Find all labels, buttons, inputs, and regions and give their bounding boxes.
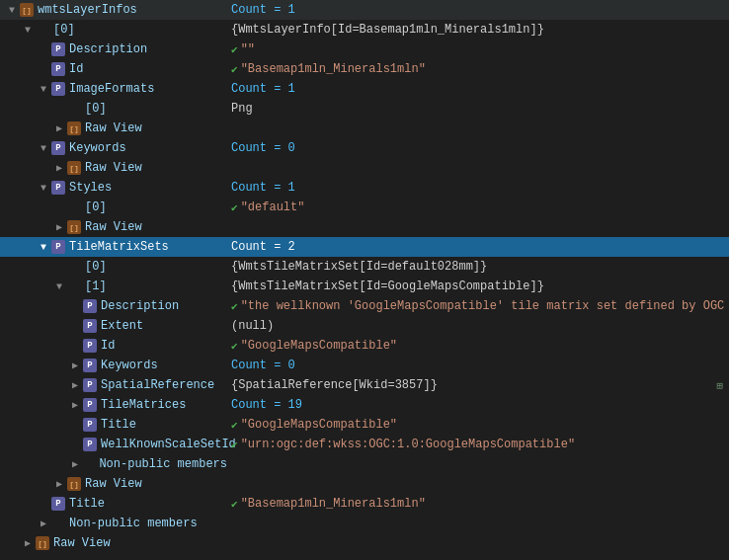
row-label: Raw View bbox=[53, 536, 111, 550]
row-label: TileMatrixSets bbox=[69, 240, 169, 254]
property-badge: P bbox=[83, 299, 97, 313]
tree-row[interactable]: PDescription✔"the wellknown 'GoogleMapsC… bbox=[0, 296, 729, 316]
tree-row[interactable]: []Raw View bbox=[0, 474, 729, 494]
row-value: {WmtsTileMatrixSet[Id=GoogleMapsCompatib… bbox=[231, 280, 544, 293]
property-badge: P bbox=[51, 62, 65, 76]
row-value: Count = 0 bbox=[231, 141, 295, 155]
expand-icon[interactable] bbox=[20, 537, 36, 549]
property-badge: P bbox=[83, 398, 97, 412]
row-label: Extent bbox=[101, 319, 143, 333]
tree-row[interactable]: PTitle✔"Basemap1mln_Minerals1mln" bbox=[0, 494, 729, 514]
expand-icon[interactable] bbox=[4, 5, 20, 16]
row-label: Raw View bbox=[85, 161, 142, 175]
expand-icon[interactable] bbox=[51, 281, 67, 292]
property-badge: P bbox=[83, 359, 97, 372]
expand-icon[interactable] bbox=[20, 25, 36, 36]
tree-row[interactable]: PWellKnownScaleSetId✔"urn:ogc:def:wkss:O… bbox=[0, 435, 729, 454]
expand-icon[interactable] bbox=[36, 84, 51, 95]
row-label: Styles bbox=[69, 181, 112, 195]
tree-row[interactable]: [1]{WmtsTileMatrixSet[Id=GoogleMapsCompa… bbox=[0, 277, 729, 296]
tree-row[interactable]: []Raw View bbox=[0, 158, 729, 178]
tree-row[interactable]: PId✔"GoogleMapsCompatible" bbox=[0, 336, 729, 356]
check-icon: ✔ bbox=[231, 300, 238, 313]
row-value: Count = 0 bbox=[231, 359, 295, 372]
tree-container[interactable]: []wmtsLayerInfosCount = 1[0]{WmtsLayerIn… bbox=[0, 0, 729, 560]
expand-icon[interactable] bbox=[51, 221, 67, 233]
row-label: Description bbox=[69, 42, 147, 56]
row-value: "Basemap1mln_Minerals1mln" bbox=[241, 497, 426, 511]
expand-icon[interactable] bbox=[67, 360, 83, 371]
row-label: Id bbox=[69, 62, 83, 76]
row-label: [0] bbox=[53, 23, 75, 37]
expand-icon[interactable] bbox=[36, 242, 51, 253]
tree-row[interactable]: PStylesCount = 1 bbox=[0, 178, 729, 198]
check-icon: ✔ bbox=[231, 419, 238, 432]
expand-icon[interactable] bbox=[36, 143, 51, 154]
array-badge: [] bbox=[67, 477, 81, 491]
tree-row[interactable]: [0]{WmtsTileMatrixSet[Id=default028mm]} bbox=[0, 257, 729, 277]
row-label: TileMatrices bbox=[101, 398, 186, 412]
tree-row[interactable]: Non-public members bbox=[0, 514, 729, 533]
row-label: Keywords bbox=[69, 141, 126, 155]
array-badge: [] bbox=[67, 220, 81, 234]
tree-row[interactable]: PDescription✔"" bbox=[0, 40, 729, 59]
expand-icon[interactable] bbox=[67, 399, 83, 411]
row-value: "GoogleMapsCompatible" bbox=[241, 418, 397, 432]
expand-icon[interactable] bbox=[51, 122, 67, 134]
tree-row[interactable]: []wmtsLayerInfosCount = 1 bbox=[0, 0, 729, 20]
row-value: Count = 2 bbox=[231, 240, 295, 254]
tree-row[interactable]: PKeywordsCount = 0 bbox=[0, 356, 729, 375]
row-label: Title bbox=[69, 497, 105, 511]
tree-row[interactable]: PTileMatrixSetsCount = 2 bbox=[0, 237, 729, 257]
check-icon: ✔ bbox=[231, 201, 238, 214]
tree-row[interactable]: Non-public members bbox=[0, 454, 729, 474]
property-badge: P bbox=[51, 42, 65, 56]
row-label: Title bbox=[101, 418, 136, 432]
row-label: Non-public members bbox=[99, 457, 227, 471]
property-badge: P bbox=[83, 418, 97, 432]
expand-icon[interactable] bbox=[36, 183, 51, 194]
check-icon: ✔ bbox=[231, 63, 238, 76]
row-label: ImageFormats bbox=[69, 82, 154, 96]
row-label: Raw View bbox=[85, 121, 142, 135]
tree-row[interactable]: PImageFormatsCount = 1 bbox=[0, 79, 729, 99]
expand-icon[interactable] bbox=[51, 162, 67, 174]
row-label: WellKnownScaleSetId bbox=[101, 438, 236, 451]
row-label: [0] bbox=[85, 260, 107, 274]
tree-row[interactable]: PTitle✔"GoogleMapsCompatible" bbox=[0, 415, 729, 435]
property-badge: P bbox=[51, 141, 65, 155]
tree-row[interactable]: [0]Png bbox=[0, 99, 729, 119]
row-label: Raw View bbox=[85, 220, 142, 234]
row-value: Count = 1 bbox=[231, 3, 295, 17]
tree-row[interactable]: []Raw View bbox=[0, 217, 729, 237]
row-label: Raw View bbox=[85, 477, 142, 491]
property-badge: P bbox=[51, 82, 65, 96]
row-label: [0] bbox=[85, 200, 107, 214]
tree-row[interactable]: []Raw View bbox=[0, 533, 729, 553]
expand-icon[interactable] bbox=[67, 458, 83, 470]
tree-row[interactable]: PId✔"Basemap1mln_Minerals1mln" bbox=[0, 59, 729, 79]
row-value: "default" bbox=[241, 200, 305, 214]
tree-row[interactable]: [0]{WmtsLayerInfo[Id=Basemap1mln_Mineral… bbox=[0, 20, 729, 40]
expand-icon[interactable] bbox=[67, 379, 83, 391]
tree-row[interactable]: PExtent(null) bbox=[0, 316, 729, 336]
row-label: Keywords bbox=[101, 359, 158, 372]
property-badge: P bbox=[51, 240, 65, 254]
row-label: [1] bbox=[85, 280, 107, 293]
row-label: wmtsLayerInfos bbox=[38, 3, 137, 17]
array-badge: [] bbox=[67, 161, 81, 175]
tree-row[interactable]: []Raw View bbox=[0, 119, 729, 138]
tree-row[interactable]: [0]✔"default" bbox=[0, 198, 729, 217]
row-value: (null) bbox=[231, 319, 274, 333]
tree-row[interactable]: PTileMatricesCount = 19 bbox=[0, 395, 729, 415]
row-value: Count = 1 bbox=[231, 82, 295, 96]
tree-row[interactable]: PKeywordsCount = 0 bbox=[0, 138, 729, 158]
property-badge: P bbox=[51, 181, 65, 195]
row-value: "the wellknown 'GoogleMapsCompatible' ti… bbox=[241, 299, 729, 313]
expand-icon[interactable] bbox=[51, 478, 67, 490]
row-label: SpatialReference bbox=[101, 378, 214, 392]
property-badge: P bbox=[83, 378, 97, 392]
tree-row[interactable]: PSpatialReference{SpatialReference[Wkid=… bbox=[0, 375, 729, 395]
expand-icon[interactable] bbox=[36, 518, 51, 529]
array-badge: [] bbox=[36, 536, 49, 550]
